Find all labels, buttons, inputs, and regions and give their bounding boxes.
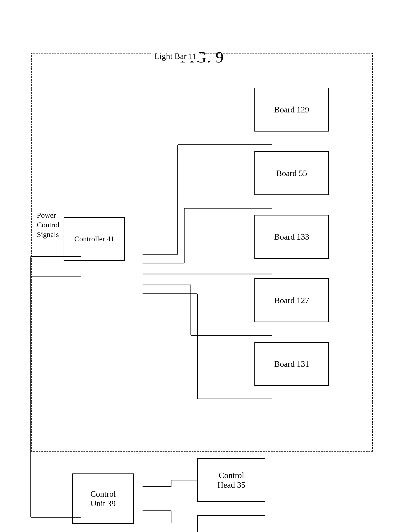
board-127-label: Board 127: [274, 296, 309, 305]
light-bar-label: Light Bar 11: [152, 51, 199, 61]
controller-box: Controller 41: [64, 217, 125, 261]
control-unit-label: ControlUnit 39: [90, 489, 116, 508]
board-131-box: Board 131: [254, 342, 329, 386]
control-unit-box: ControlUnit 39: [72, 474, 134, 524]
board-133-box: Board 133: [254, 215, 329, 259]
board-127-box: Board 127: [254, 278, 329, 322]
control-head-label: ControlHead 35: [217, 470, 245, 490]
board-55-box: Board 55: [254, 151, 329, 195]
board-131-label: Board 131: [274, 359, 309, 369]
board-129-box: Board 129: [254, 88, 329, 132]
board-55-label: Board 55: [276, 168, 307, 178]
power-control-label: Power Control Signals: [37, 210, 60, 240]
controller-label: Controller 41: [74, 235, 114, 243]
board-129-label: Board 129: [274, 105, 309, 114]
control-head-box: ControlHead 35: [197, 458, 265, 502]
board-133-label: Board 133: [274, 232, 309, 241]
diagram-container: FIG. 9 Light Bar 11 Power Control Signal…: [13, 35, 391, 523]
battery-box: Battery 53: [197, 515, 265, 532]
